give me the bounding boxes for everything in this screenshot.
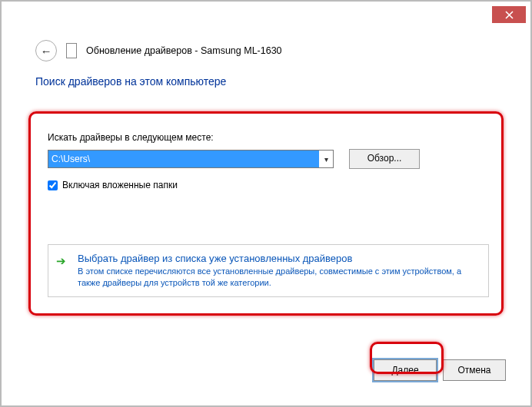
option-description: В этом списке перечисляются все установл… [78,266,480,289]
include-subfolders-label: Включая вложенные папки [62,180,178,190]
close-icon [505,11,514,19]
include-subfolders-checkbox[interactable]: Включая вложенные папки [48,180,497,190]
pick-from-list-option[interactable]: ➔ Выбрать драйвер из списка уже установл… [48,244,489,297]
option-title: Выбрать драйвер из списка уже установлен… [78,253,480,264]
window-title: Обновление драйверов - Samsung ML-1630 [86,45,282,56]
include-subfolders-input[interactable] [48,180,58,190]
back-button[interactable]: ← [35,40,57,61]
search-location-label: Искать драйверы в следующем месте: [48,132,497,143]
page-heading: Поиск драйверов на этом компьютере [35,75,497,88]
path-mask [91,151,133,167]
browse-button[interactable]: Обзор... [349,149,420,169]
arrow-right-icon: ➔ [56,254,66,268]
path-combobox[interactable]: C:\Users\ ocuments ▾ [48,150,334,168]
device-icon [66,43,77,58]
titlebar [2,2,530,37]
next-button[interactable]: Далее [374,359,437,381]
path-value: C:\Users\ ocuments [48,151,319,167]
cancel-button[interactable]: Отмена [443,359,506,381]
chevron-down-icon: ▾ [319,155,333,164]
window-frame: ← Обновление драйверов - Samsung ML-1630… [0,0,532,407]
close-button[interactable] [492,6,526,23]
back-arrow-icon: ← [41,45,52,58]
